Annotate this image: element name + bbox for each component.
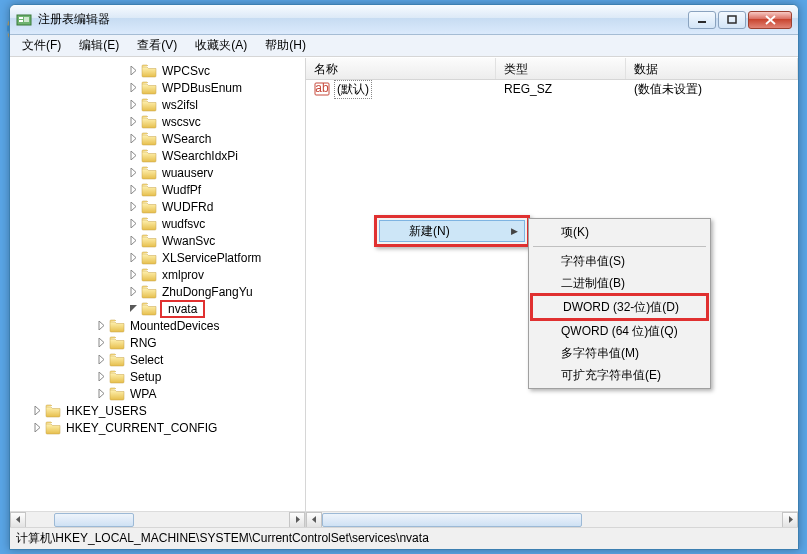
- folder-icon: [141, 98, 157, 112]
- folder-icon: [141, 302, 157, 316]
- expand-toggle-icon[interactable]: [126, 149, 140, 163]
- tree-node[interactable]: XLServicePlatform: [14, 249, 305, 266]
- folder-icon: [141, 200, 157, 214]
- ctx-sub-item[interactable]: 可扩充字符串值(E): [531, 364, 708, 386]
- scroll-left-icon[interactable]: [306, 512, 322, 528]
- tree-label: ws2ifsl: [160, 98, 200, 112]
- tree-node[interactable]: Setup: [14, 368, 305, 385]
- close-button[interactable]: [748, 11, 792, 29]
- tree-node[interactable]: MountedDevices: [14, 317, 305, 334]
- tree-node[interactable]: wscsvc: [14, 113, 305, 130]
- tree-node[interactable]: nvata: [14, 300, 305, 317]
- tree-label: WwanSvc: [160, 234, 217, 248]
- tree-node[interactable]: WSearchIdxPi: [14, 147, 305, 164]
- folder-icon: [141, 166, 157, 180]
- expand-toggle-icon[interactable]: [94, 353, 108, 367]
- tree-label: WPDBusEnum: [160, 81, 244, 95]
- expand-toggle-icon[interactable]: [126, 98, 140, 112]
- list-scrollbar[interactable]: [306, 511, 798, 527]
- ctx-sub-item[interactable]: 多字符串值(M): [531, 342, 708, 364]
- menu-file[interactable]: 文件(F): [14, 35, 69, 56]
- folder-icon: [141, 149, 157, 163]
- tree-node[interactable]: Select: [14, 351, 305, 368]
- ctx-sub-item[interactable]: QWORD (64 位)值(Q): [531, 320, 708, 342]
- ctx-sub-item[interactable]: 字符串值(S): [531, 250, 708, 272]
- expand-toggle-icon[interactable]: [126, 183, 140, 197]
- svg-rect-7: [728, 16, 736, 23]
- expand-toggle-icon[interactable]: [126, 251, 140, 265]
- minimize-button[interactable]: [688, 11, 716, 29]
- scroll-left-icon[interactable]: [10, 512, 26, 528]
- col-data[interactable]: 数据: [626, 58, 798, 79]
- tree-label: MountedDevices: [128, 319, 221, 333]
- tree-node[interactable]: wuauserv: [14, 164, 305, 181]
- ctx-new[interactable]: 新建(N): [379, 220, 525, 242]
- maximize-button[interactable]: [718, 11, 746, 29]
- menu-edit[interactable]: 编辑(E): [71, 35, 127, 56]
- expand-toggle-icon[interactable]: [94, 336, 108, 350]
- col-type[interactable]: 类型: [496, 58, 626, 79]
- tree-node[interactable]: HKEY_CURRENT_CONFIG: [14, 419, 305, 436]
- expand-toggle-icon[interactable]: [30, 421, 44, 435]
- menu-view[interactable]: 查看(V): [129, 35, 185, 56]
- folder-icon: [45, 404, 61, 418]
- list-row[interactable]: ab (默认) REG_SZ (数值未设置): [306, 80, 798, 98]
- titlebar[interactable]: 注册表编辑器: [10, 5, 798, 35]
- tree-node[interactable]: ZhuDongFangYu: [14, 283, 305, 300]
- tree-node[interactable]: WudfPf: [14, 181, 305, 198]
- scroll-right-icon[interactable]: [289, 512, 305, 528]
- menu-favorites[interactable]: 收藏夹(A): [187, 35, 255, 56]
- tree-label: WPCSvc: [160, 64, 212, 78]
- ctx-sub-item[interactable]: 项(K): [531, 221, 708, 243]
- svg-rect-3: [19, 17, 23, 19]
- expand-toggle-icon[interactable]: [126, 285, 140, 299]
- statusbar: 计算机\HKEY_LOCAL_MACHINE\SYSTEM\CurrentCon…: [10, 527, 798, 549]
- tree-node[interactable]: WPA: [14, 385, 305, 402]
- expand-toggle-icon[interactable]: [126, 166, 140, 180]
- expand-toggle-icon[interactable]: [94, 370, 108, 384]
- expand-toggle-icon[interactable]: [126, 115, 140, 129]
- tree-scrollbar[interactable]: [10, 511, 305, 527]
- folder-icon: [109, 319, 125, 333]
- expand-toggle-icon[interactable]: [126, 200, 140, 214]
- expand-toggle-icon[interactable]: [126, 64, 140, 78]
- tree-node[interactable]: WwanSvc: [14, 232, 305, 249]
- expand-toggle-icon[interactable]: [126, 302, 140, 316]
- expand-toggle-icon[interactable]: [126, 234, 140, 248]
- tree-node[interactable]: RNG: [14, 334, 305, 351]
- expand-toggle-icon[interactable]: [126, 268, 140, 282]
- svg-text:ab: ab: [315, 81, 329, 95]
- tree-node[interactable]: WUDFRd: [14, 198, 305, 215]
- expand-toggle-icon[interactable]: [94, 319, 108, 333]
- expand-toggle-icon[interactable]: [126, 132, 140, 146]
- tree-node[interactable]: WPDBusEnum: [14, 79, 305, 96]
- tree-node[interactable]: ws2ifsl: [14, 96, 305, 113]
- tree-node[interactable]: xmlprov: [14, 266, 305, 283]
- folder-icon: [141, 132, 157, 146]
- folder-icon: [45, 421, 61, 435]
- tree-node[interactable]: wudfsvc: [14, 215, 305, 232]
- col-name[interactable]: 名称: [306, 58, 496, 79]
- expand-toggle-icon[interactable]: [30, 404, 44, 418]
- folder-icon: [141, 115, 157, 129]
- folder-icon: [141, 251, 157, 265]
- menu-help[interactable]: 帮助(H): [257, 35, 314, 56]
- tree-label: Setup: [128, 370, 163, 384]
- scroll-thumb[interactable]: [54, 513, 134, 527]
- ctx-sub-item[interactable]: 二进制值(B): [531, 272, 708, 294]
- value-data: (数值未设置): [626, 80, 798, 99]
- ctx-sub-item[interactable]: DWORD (32-位)值(D): [533, 296, 706, 318]
- scroll-thumb[interactable]: [322, 513, 582, 527]
- tree-pane[interactable]: WPCSvcWPDBusEnumws2ifslwscsvcWSearchWSea…: [10, 58, 306, 527]
- tree-node[interactable]: WPCSvc: [14, 62, 305, 79]
- folder-icon: [141, 268, 157, 282]
- folder-icon: [109, 387, 125, 401]
- window-title: 注册表编辑器: [38, 11, 688, 28]
- tree-node[interactable]: HKEY_USERS: [14, 402, 305, 419]
- expand-toggle-icon[interactable]: [126, 217, 140, 231]
- svg-rect-5: [24, 17, 29, 22]
- expand-toggle-icon[interactable]: [94, 387, 108, 401]
- expand-toggle-icon[interactable]: [126, 81, 140, 95]
- tree-node[interactable]: WSearch: [14, 130, 305, 147]
- scroll-right-icon[interactable]: [782, 512, 798, 528]
